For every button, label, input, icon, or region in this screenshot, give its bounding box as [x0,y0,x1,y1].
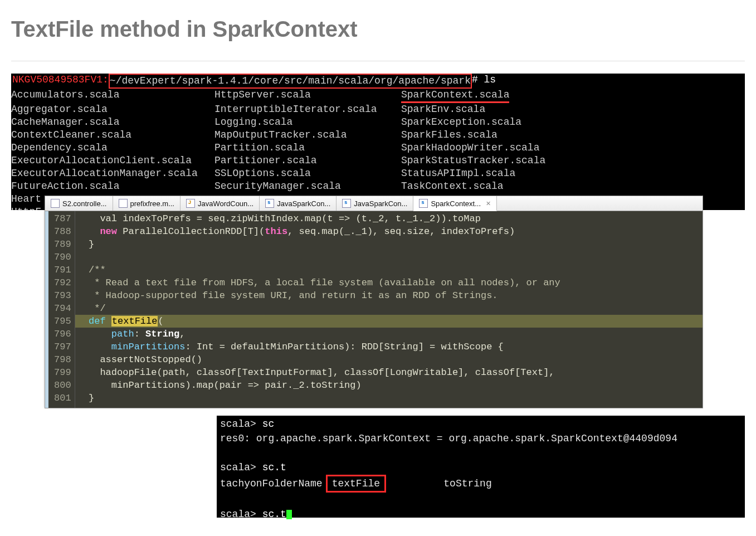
terminal-cell: SparkHadoopWriter.scala [401,142,745,154]
code-token: } [77,239,95,250]
code-token: hadoopFile(path, classOf[TextInputFormat… [77,367,555,378]
code-token [77,316,89,327]
code-line: } [75,392,703,405]
terminal-cell: Accumulators.scala [11,89,214,103]
code-line: * Hadoop-supported file system URI, and … [75,289,703,302]
code-token: path [111,329,134,339]
terminal-cell: SparkContext.scala [401,89,745,103]
code-line: new ParallelCollectionRDD[T](this, seq.m… [75,225,703,238]
repl-input: sc.t [262,462,286,473]
code-line: assertNotStopped() [75,353,703,366]
line-number: 789 [54,238,71,251]
close-icon[interactable]: ✕ [486,200,491,207]
terminal-host: NKGV50849583FV1 [12,74,103,89]
file-icon [419,199,428,208]
line-number: 797 [54,340,71,353]
terminal-cell: StatusAPIImpl.scala [401,167,745,180]
tab-label: JavaSparkCon... [354,199,407,208]
line-number: 800 [54,379,71,392]
terminal-cell: HttpServer.scala [214,89,401,103]
terminal-cell: Partitioner.scala [214,154,401,167]
code-line: val indexToPrefs = seq.zipWithIndex.map(… [75,212,703,225]
code-token: : [134,329,145,339]
terminal-row: CacheManager.scalaLogging.scalaSparkExce… [11,116,745,129]
code-token: textFile [111,316,158,327]
line-number: 793 [54,289,71,302]
code-token: /** [77,265,106,275]
terminal-cell: SparkStatusTracker.scala [401,154,745,167]
code-token [77,226,100,237]
code-token: ParallelCollectionRDD[T]( [117,226,265,237]
terminal-row: Dependency.scalaPartition.scalaSparkHado… [11,142,745,154]
line-number: 787 [54,212,71,225]
line-number: 790 [54,251,71,264]
repl-prompt: scala> [220,509,262,519]
line-number: 796 [54,328,71,340]
terminal-cell: InterruptibleIterator.scala [214,103,401,116]
line-number: 791 [54,264,71,276]
terminal-row: Aggregator.scalaInterruptibleIterator.sc… [11,103,745,116]
terminal-path-highlight: ~/devExpert/spark-1.4.1/core/src/main/sc… [109,74,472,89]
terminal-cell: SecurityManager.scala [214,180,401,193]
repl-output: res0: org.apache.spark.SparkContext = or… [220,431,742,446]
terminal-cell: FutureAction.scala [11,180,214,193]
code-area: val indexToPrefs = seq.zipWithIndex.map(… [75,211,703,408]
code-line: /** [75,264,703,276]
editor-tab-bar: S2.controlle...prefixfree.m...JavaWordCo… [45,196,703,211]
editor-tab[interactable]: JavaWordCoun... [181,196,260,211]
editor-tab[interactable]: prefixfree.m... [113,196,181,211]
file-icon [265,199,274,208]
code-token [106,316,111,327]
terminal-cell: SparkEnv.scala [401,103,745,116]
line-number: 788 [54,225,71,238]
code-token: ( [158,316,163,327]
line-number-gutter: 7877887897907917927937947957967977987998… [48,211,75,408]
code-token: } [77,393,95,403]
code-token: this [265,226,287,237]
file-icon [342,199,351,208]
repl-input: sc.t [262,509,286,519]
code-token: , seq.map(_._1), seq.size, indexToPrefs) [287,226,515,237]
code-token: new [100,226,117,237]
terminal-cell: SparkException.scala [401,116,745,129]
code-token: String [145,329,179,339]
repl-prompt: scala> [220,462,262,473]
tab-label: prefixfree.m... [130,199,174,208]
code-token: minPartitions).map(pair => pair._2.toStr… [77,380,362,391]
terminal-cell: SSLOptions.scala [214,167,401,180]
code-token: , [179,329,185,339]
tab-label: S2.controlle... [62,199,107,208]
terminal-cell: ExecutorAllocationClient.scala [11,154,214,167]
line-number: 795 [54,315,71,328]
line-number: 792 [54,276,71,289]
code-token: val indexToPrefs = seq.zipWithIndex.map(… [77,213,481,224]
terminal-cell: MapOutputTracker.scala [214,129,401,142]
terminal-window: NKGV50849583FV1:~/devExpert/spark-1.4.1/… [11,74,745,210]
code-line: def textFile( [75,315,703,328]
line-number: 801 [54,392,71,405]
code-line [75,251,703,264]
scala-repl[interactable]: scala> sc res0: org.apache.spark.SparkCo… [217,416,745,518]
code-token: assertNotStopped() [77,354,202,365]
terminal-cell: ContextCleaner.scala [11,129,214,142]
repl-blank [220,446,742,460]
editor-tab[interactable]: JavaSparkCon... [260,196,336,211]
line-number: 799 [54,366,71,379]
editor-tab[interactable]: SparkContext...✕ [413,196,497,211]
repl-input: sc [262,418,275,430]
content-stage: NKGV50849583FV1:~/devExpert/spark-1.4.1/… [11,74,745,519]
code-token: def [89,316,106,327]
code-line: } [75,238,703,251]
terminal-cell: TaskContext.scala [401,180,745,193]
terminal-cell: Aggregator.scala [11,103,214,116]
terminal-row: FutureAction.scalaSecurityManager.scalaT… [11,180,745,193]
editor-tab[interactable]: S2.controlle... [45,196,113,211]
editor-body: 7877887897907917927937947957967977987998… [45,211,703,408]
terminal-command: # ls [472,74,496,89]
terminal-sep: : [103,74,109,89]
tab-label: JavaWordCoun... [198,199,253,208]
tab-label: SparkContext... [431,199,481,208]
editor-tab[interactable]: JavaSparkCon... [336,196,413,211]
code-line: minPartitions).map(pair => pair._2.toStr… [75,379,703,392]
code-token [77,342,111,352]
